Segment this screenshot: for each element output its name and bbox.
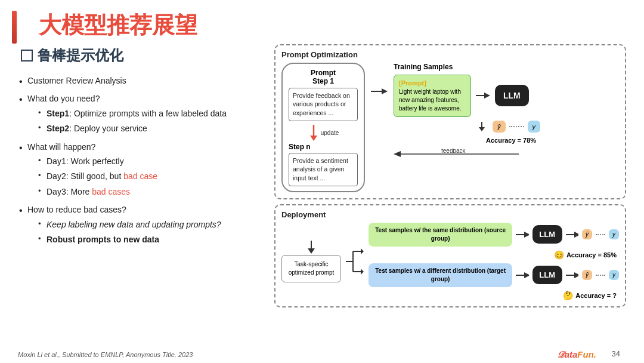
- training-label: Training Samples: [394, 63, 453, 71]
- bullet-text: Customer Review Analysis: [27, 76, 126, 85]
- italic-text: Keep labeling new data and updating prom…: [47, 220, 221, 229]
- accuracy-85-row: 😊 Accuracy = 85%: [554, 250, 619, 260]
- y-hat-green-label: ŷ: [586, 231, 589, 238]
- bullet-text: What do you need?: [27, 94, 100, 103]
- svg-marker-1: [310, 136, 317, 141]
- svg-marker-16: [361, 248, 364, 254]
- slide: 大模型推荐展望 鲁棒提示优化 Customer Review Analysis …: [0, 0, 644, 363]
- datafun-logo: 𝒟ataFun.: [557, 349, 596, 360]
- deployment-section: Deployment Task-specific optimized promp…: [274, 204, 626, 307]
- bad-case-text: bad case: [123, 171, 157, 181]
- feedback-arrow-svg: feedback: [394, 149, 525, 159]
- training-section: Training Samples [Prompt] Light weight l…: [394, 63, 619, 159]
- dotted-line: [509, 126, 524, 127]
- task-specific-text: Task-specific optimized prompt: [289, 261, 335, 276]
- deployment-inner: Task-specific optimized prompt: [281, 223, 619, 300]
- y-hat-green: ŷ: [582, 229, 592, 239]
- sub-list-item: Step2: Deploy your service: [37, 122, 268, 135]
- step-label: Step1: [47, 109, 69, 118]
- arrow-down-llm: [475, 122, 489, 131]
- sub-list-item: Robust prompts to new data: [37, 233, 268, 246]
- checkbox-icon: [21, 50, 33, 61]
- svg-marker-22: [574, 232, 578, 238]
- arrow-to-training: [371, 87, 388, 96]
- right-panel: Prompt Optimization PromptStep 1 Provide…: [268, 44, 626, 357]
- svg-marker-7: [479, 127, 485, 131]
- sub-list2: Keep labeling new data and updating prom…: [37, 218, 268, 247]
- prompt-rounded-outer: PromptStep 1 Provide feedback on various…: [281, 63, 365, 192]
- arrow-to-llm-green: [516, 230, 528, 239]
- arrow-to-llm-blue: [516, 270, 528, 280]
- training-row: [Prompt] Light weight laptop with new am…: [394, 75, 619, 117]
- fork-arrows: [346, 241, 364, 282]
- step-n-label: Step n: [289, 143, 358, 151]
- deployment-right: Test samples w/ the same distribution (s…: [369, 223, 619, 300]
- test-blue-text: Test samples w/ a different distribution…: [375, 267, 506, 282]
- prompt-opt-inner: PromptStep 1 Provide feedback on various…: [281, 63, 619, 192]
- dotted-line-blue: [596, 275, 605, 276]
- left-panel: 鲁棒提示优化 Customer Review Analysis What do …: [18, 44, 268, 357]
- datafun-text2: Fun.: [577, 349, 596, 359]
- step-label: Step2: [47, 124, 69, 133]
- llm-box: LLM: [495, 85, 529, 106]
- sub-list-item: Day1: Work perfectly: [37, 155, 268, 168]
- sub-list: Day1: Work perfectly Day2: Still good, b…: [37, 155, 268, 198]
- bullet-text: What will happen?: [27, 142, 95, 152]
- step-n-box: Provide a sentiment analysis of a given …: [289, 153, 358, 186]
- y-hat-box: ŷ: [493, 121, 506, 133]
- list-item: How to reduce bad cases? Keep labeling n…: [18, 203, 268, 246]
- page-number: 34: [612, 349, 620, 358]
- content-area: 鲁棒提示优化 Customer Review Analysis What do …: [18, 44, 626, 357]
- task-specific-box: Task-specific optimized prompt: [281, 255, 341, 282]
- y-blue-label: y: [612, 272, 615, 278]
- test-sample-blue: Test samples w/ a different distribution…: [369, 263, 512, 287]
- emoji-smile: 😊: [554, 250, 564, 260]
- feedback-row: feedback: [394, 149, 525, 159]
- deploy-row-source: Test samples w/ the same distribution (s…: [369, 223, 619, 247]
- fork-svg: [346, 241, 364, 282]
- right-arrow-svg: [371, 87, 388, 96]
- step-text: : Optimize prompts with a few labeled da…: [69, 109, 227, 118]
- y-box: y: [528, 121, 541, 133]
- svg-marker-26: [574, 272, 578, 278]
- y-hat-blue-label: ŷ: [586, 272, 589, 278]
- bullet-text: How to reduce bad cases?: [27, 205, 126, 214]
- sub-list-item: Day2: Still good, but bad case: [37, 170, 268, 183]
- deployment-label: Deployment: [281, 210, 619, 219]
- y-blue: y: [609, 270, 619, 280]
- y-label: y: [532, 123, 536, 130]
- accuracy-q: Accuracy = ?: [575, 292, 617, 299]
- svg-text:feedback: feedback: [441, 149, 466, 154]
- y-green: y: [609, 229, 619, 239]
- svg-marker-9: [394, 151, 401, 157]
- sub-list-item: Day3: More bad cases: [37, 185, 268, 198]
- y-green-label: y: [612, 231, 615, 238]
- deploy-arrow-down: Task-specific optimized prompt: [281, 241, 341, 282]
- step-text: : Deploy your service: [69, 124, 147, 133]
- svg-marker-3: [382, 88, 388, 94]
- llm-box-blue: LLM: [532, 266, 562, 284]
- svg-marker-12: [308, 248, 315, 254]
- step-n-text: Provide a sentiment analysis of a given …: [293, 157, 348, 182]
- datafun-text: 𝒟ata: [557, 349, 578, 359]
- accent-bar: [12, 11, 17, 44]
- bold-bullet: Robust prompts to new data: [47, 235, 159, 244]
- sub-list-item: Step1: Optimize prompts with a few label…: [37, 107, 268, 120]
- prompt-tag: [Prompt]: [399, 79, 466, 88]
- footer-citation: Moxin Li et al., Submitted to EMNLP, Ano…: [18, 351, 193, 358]
- accuracy-row: ŷ y: [394, 121, 540, 133]
- svg-marker-20: [524, 232, 528, 238]
- main-title: 大模型推荐展望: [39, 12, 626, 39]
- down-arrow-svg: [308, 125, 320, 141]
- update-arrow: update: [289, 122, 358, 141]
- sub-list-item: Keep labeling new data and updating prom…: [37, 218, 268, 231]
- svg-marker-24: [524, 272, 528, 278]
- y-hat-blue: ŷ: [582, 270, 592, 280]
- list-item: What do you need? Step1: Optimize prompt…: [18, 92, 268, 135]
- list-item: What will happen? Day1: Work perfectly D…: [18, 140, 268, 199]
- arrow-after-llm-blue: [566, 270, 578, 280]
- prompt-opt-section: Prompt Optimization PromptStep 1 Provide…: [274, 44, 626, 199]
- llm-box-green: LLM: [532, 225, 562, 244]
- bullet-list: Customer Review Analysis What do you nee…: [18, 74, 268, 246]
- arrow-after-llm-green: [566, 230, 578, 239]
